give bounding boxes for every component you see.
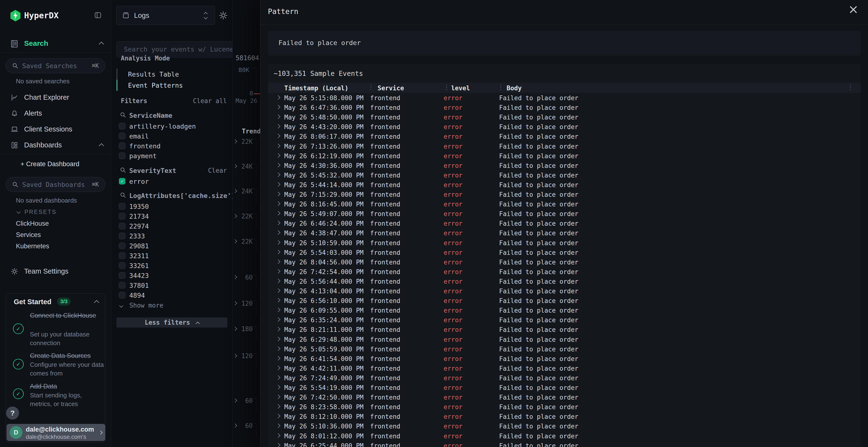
chevron-up-icon[interactable] (99, 143, 104, 148)
table-row[interactable]: May 26 5:45:32.000 PMfrontenderrorFailed… (268, 170, 861, 180)
get-started-item-title[interactable]: Add Data (30, 382, 105, 391)
table-row[interactable]: May 26 5:56:44.000 PMfrontenderrorFailed… (268, 276, 861, 286)
expand-chevron-icon[interactable] (276, 134, 280, 138)
expand-chevron-icon[interactable] (276, 317, 280, 322)
expand-chevron-icon[interactable] (276, 153, 280, 158)
checkbox[interactable] (119, 223, 125, 229)
column-resize-handle[interactable] (370, 85, 371, 90)
table-row[interactable]: May 26 8:06:17.000 PMfrontenderrorFailed… (268, 132, 861, 141)
table-row[interactable]: May 26 5:54:03.000 PMfrontenderrorFailed… (268, 248, 861, 257)
sidebar-item-team-settings[interactable]: Team Settings (0, 264, 111, 278)
expand-chevron-icon[interactable] (276, 385, 280, 389)
trend-row[interactable]: 180 (233, 323, 260, 335)
expand-chevron-icon[interactable] (276, 308, 280, 312)
expand-chevron-icon[interactable] (276, 201, 280, 206)
expand-chevron-icon[interactable] (276, 260, 280, 264)
table-row[interactable]: May 26 6:09:55.000 PMfrontenderrorFailed… (268, 305, 861, 315)
filter-option[interactable]: 19350 (111, 202, 232, 211)
table-row[interactable]: May 26 6:29:48.000 PMfrontenderrorFailed… (268, 335, 861, 344)
filter-option[interactable]: ✓error (111, 176, 232, 186)
source-select[interactable]: Logs (117, 6, 215, 25)
table-row[interactable]: May 26 5:10:36.000 PMfrontenderrorFailed… (268, 421, 861, 431)
trend-row[interactable]: 60 (233, 272, 260, 283)
expand-chevron-icon[interactable] (276, 298, 280, 302)
filter-option[interactable]: 2333 (111, 231, 232, 241)
filter-clear-button[interactable]: Clear (208, 167, 227, 174)
col-body[interactable]: Body (506, 84, 522, 92)
expand-chevron-icon[interactable] (276, 279, 280, 283)
checkbox[interactable] (119, 252, 125, 259)
get-started-item-title[interactable]: Connect to ClickHouse (30, 311, 100, 320)
preset-services[interactable]: Services (16, 231, 41, 239)
sidebar-item-dashboards[interactable]: Dashboards (0, 138, 111, 152)
table-row[interactable]: May 26 4:30:36.000 PMfrontenderrorFailed… (268, 161, 861, 170)
checkbox[interactable] (119, 152, 125, 159)
close-icon[interactable]: × (848, 2, 859, 16)
table-row[interactable]: May 26 8:04:56.000 PMfrontenderrorFailed… (268, 257, 861, 267)
trend-row[interactable]: 24K (233, 161, 260, 172)
checkbox[interactable] (119, 143, 125, 149)
sidebar-collapse-icon[interactable] (94, 11, 102, 19)
presets-toggle[interactable]: PRESETS (17, 209, 56, 215)
expand-chevron-icon[interactable] (276, 124, 280, 129)
chevron-up-icon[interactable] (99, 42, 104, 47)
table-row[interactable]: May 26 6:25:44.000 PMfrontenderrorFailed… (268, 441, 861, 447)
filter-option[interactable]: artillery-loadgen (111, 122, 232, 131)
table-row[interactable]: May 26 8:16:45.000 PMfrontenderrorFailed… (268, 199, 861, 209)
col-level[interactable]: level (451, 84, 470, 92)
column-resize-handle[interactable] (500, 85, 501, 90)
expand-chevron-icon[interactable] (276, 443, 280, 447)
checkbox[interactable] (119, 133, 125, 139)
table-row[interactable]: May 26 8:21:11.000 PMfrontenderrorFailed… (268, 325, 861, 334)
table-row[interactable]: May 26 6:12:19.000 PMfrontenderrorFailed… (268, 151, 861, 161)
create-dashboard-button[interactable]: + Create Dashboard (21, 161, 79, 168)
filter-option[interactable]: 33261 (111, 261, 232, 271)
expand-chevron-icon[interactable] (276, 414, 280, 418)
expand-chevron-icon[interactable] (276, 327, 280, 332)
filter-option[interactable]: payment (111, 151, 232, 161)
sidebar-item-search[interactable]: Search (0, 36, 111, 50)
preset-clickhouse[interactable]: ClickHouse (16, 220, 49, 227)
expand-chevron-icon[interactable] (276, 95, 280, 100)
expand-chevron-icon[interactable] (276, 172, 280, 177)
trend-row[interactable]: 22K (233, 236, 260, 247)
expand-chevron-icon[interactable] (276, 394, 280, 399)
filter-option[interactable]: 22974 (111, 221, 232, 231)
table-row[interactable]: May 26 6:47:36.000 PMfrontenderrorFailed… (268, 103, 861, 112)
table-row[interactable]: May 26 5:48:50.000 PMfrontenderrorFailed… (268, 112, 861, 122)
saved-dashboards-input[interactable]: Saved Dashboards ⌘K (5, 177, 105, 192)
trend-row[interactable]: 60 (233, 395, 260, 406)
checkbox[interactable] (119, 262, 125, 269)
user-menu[interactable]: D dale@clickhouse.com dale@clickhouse.co… (6, 424, 105, 441)
mode-event-patterns[interactable]: Event Patterns (117, 80, 227, 91)
chevron-up-icon[interactable] (94, 300, 99, 305)
checkbox[interactable] (119, 233, 125, 239)
show-more-button[interactable]: Show more (120, 302, 163, 311)
expand-chevron-icon[interactable] (276, 231, 280, 235)
preset-kubernetes[interactable]: Kubernetes (16, 243, 49, 250)
expand-chevron-icon[interactable] (276, 337, 280, 341)
table-row[interactable]: May 26 6:35:24.000 PMfrontenderrorFailed… (268, 315, 861, 325)
filter-option[interactable]: email (111, 131, 232, 141)
checkbox[interactable] (119, 203, 125, 209)
filter-option[interactable]: 34423 (111, 271, 232, 281)
table-row[interactable]: May 26 5:10:59.000 PMfrontenderrorFailed… (268, 238, 861, 248)
checkbox[interactable] (119, 243, 125, 249)
trend-row[interactable]: 24K (233, 186, 260, 197)
table-row[interactable]: May 26 5:05:59.000 PMfrontenderrorFailed… (268, 344, 861, 354)
expand-chevron-icon[interactable] (276, 240, 280, 244)
expand-chevron-icon[interactable] (276, 221, 280, 225)
filter-option[interactable]: frontend (111, 141, 232, 151)
sidebar-item-client-sessions[interactable]: Client Sessions (0, 122, 111, 136)
help-button[interactable]: ? (6, 407, 19, 419)
trend-row[interactable]: 60 (233, 420, 260, 431)
table-row[interactable]: May 26 4:43:20.000 PMfrontenderrorFailed… (268, 122, 861, 132)
trend-row[interactable]: 120 (233, 298, 260, 309)
checkbox[interactable] (119, 292, 125, 299)
expand-chevron-icon[interactable] (276, 143, 280, 148)
table-menu-icon[interactable] (850, 85, 851, 90)
saved-searches-input[interactable]: Saved Searches ⌘K (5, 58, 105, 73)
sidebar-item-chart-explorer[interactable]: Chart Explorer (0, 90, 111, 105)
table-row[interactable]: May 26 7:42:50.000 PMfrontenderrorFailed… (268, 392, 861, 402)
checkbox[interactable] (119, 213, 125, 219)
